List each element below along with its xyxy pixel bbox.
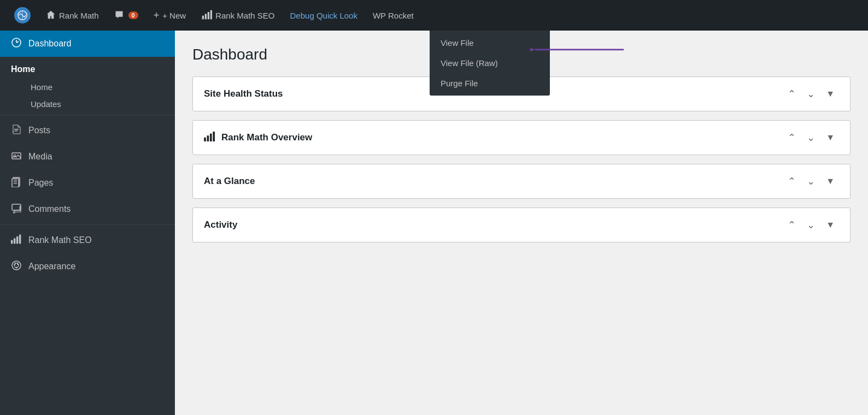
svg-rect-5 — [210, 10, 212, 19]
view-file-item[interactable]: View File — [430, 33, 550, 53]
activity-widget: Activity ⌃ ⌄ ▼ — [192, 208, 851, 242]
sidebar-posts-label: Posts — [28, 126, 50, 135]
at-a-glance-controls: ⌃ ⌄ ▼ — [783, 173, 839, 189]
sidebar-updates-label: Updates — [31, 99, 61, 109]
svg-rect-28 — [204, 137, 206, 141]
sidebar-item-media[interactable]: Media — [0, 144, 175, 170]
rank-math-overview-controls: ⌃ ⌄ ▼ — [783, 129, 839, 146]
activity-down-button[interactable]: ⌄ — [802, 217, 819, 233]
sidebar-divider-1 — [0, 115, 175, 115]
at-a-glance-down-button[interactable]: ⌄ — [802, 173, 819, 189]
wp-rocket-label: WP Rocket — [373, 11, 414, 20]
rank-math-home-button[interactable]: Rank Math — [38, 0, 107, 31]
rank-math-seo-button[interactable]: Rank Math SEO — [193, 0, 282, 31]
sidebar-item-updates[interactable]: Updates — [0, 96, 175, 112]
wp-logo-icon — [14, 7, 31, 23]
at-a-glance-up-button[interactable]: ⌃ — [783, 173, 800, 189]
sidebar-comments-label: Comments — [28, 204, 71, 214]
appearance-icon — [11, 260, 22, 273]
view-file-raw-item[interactable]: View File (Raw) — [430, 53, 550, 73]
site-health-controls: ⌃ ⌄ ▼ — [783, 86, 839, 102]
view-file-label: View File — [441, 38, 474, 48]
wp-rocket-button[interactable]: WP Rocket — [365, 0, 421, 31]
debug-dropdown-menu: View File View File (Raw) Purge File — [430, 31, 550, 96]
svg-rect-31 — [213, 132, 215, 141]
sidebar-item-appearance[interactable]: Appearance — [0, 253, 175, 280]
rank-math-down-button[interactable]: ⌄ — [802, 129, 819, 146]
rank-math-overview-header[interactable]: Rank Math Overview ⌃ ⌄ ▼ — [193, 121, 850, 155]
media-icon — [11, 150, 22, 163]
svg-point-24 — [12, 261, 21, 270]
comments-count: 0 — [128, 11, 138, 19]
activity-title: Activity — [204, 220, 237, 230]
site-health-toggle-button[interactable]: ▼ — [822, 87, 839, 101]
plus-icon: + — [154, 10, 160, 21]
sidebar-item-pages[interactable]: Pages — [0, 170, 175, 196]
rank-math-toggle-button[interactable]: ▼ — [822, 131, 839, 145]
active-item-arrow — [174, 36, 175, 51]
at-a-glance-toggle-button[interactable]: ▼ — [822, 174, 839, 188]
comments-button[interactable]: 0 — [107, 0, 146, 31]
sidebar-item-dashboard[interactable]: Dashboard — [0, 31, 175, 57]
rankmath-sidebar-icon — [11, 234, 22, 247]
site-health-down-button[interactable]: ⌄ — [802, 86, 819, 102]
sidebar-item-home[interactable]: Home — [0, 79, 175, 96]
activity-up-button[interactable]: ⌃ — [783, 217, 800, 233]
purge-file-item[interactable]: Purge File — [430, 73, 550, 93]
sidebar: Dashboard Home Home Updates Posts — [0, 31, 175, 415]
purge-file-label: Purge File — [441, 79, 478, 88]
svg-point-25 — [14, 264, 16, 265]
site-health-up-button[interactable]: ⌃ — [783, 86, 800, 102]
comments-sidebar-icon — [11, 203, 22, 216]
svg-rect-9 — [14, 129, 19, 130]
activity-header[interactable]: Activity ⌃ ⌄ ▼ — [193, 208, 850, 242]
debug-quick-look-button[interactable]: Debug Quick Look — [283, 0, 365, 31]
sidebar-home-label: Home — [0, 57, 175, 79]
svg-rect-2 — [202, 15, 204, 19]
activity-toggle-button[interactable]: ▼ — [822, 218, 839, 232]
comments-icon — [114, 10, 124, 21]
rankmath-bar-icon — [201, 10, 212, 21]
sidebar-item-posts[interactable]: Posts — [0, 117, 175, 144]
sidebar-rank-math-seo-label: Rank Math SEO — [28, 235, 92, 245]
sidebar-media-label: Media — [28, 152, 52, 162]
rank-math-up-button[interactable]: ⌃ — [783, 129, 800, 146]
svg-rect-4 — [208, 12, 209, 19]
at-a-glance-title-text: At a Glance — [204, 176, 255, 187]
svg-rect-22 — [16, 236, 18, 244]
rank-math-home-label: Rank Math — [59, 11, 99, 20]
new-content-button[interactable]: + + New — [146, 0, 193, 31]
at-a-glance-widget: At a Glance ⌃ ⌄ ▼ — [192, 164, 851, 199]
svg-rect-21 — [14, 238, 15, 244]
site-health-title-text: Site Health Status — [204, 88, 283, 99]
svg-rect-3 — [205, 14, 207, 19]
activity-title-text: Activity — [204, 220, 237, 230]
rank-math-overview-widget: Rank Math Overview ⌃ ⌄ ▼ — [192, 120, 851, 155]
svg-rect-30 — [210, 133, 212, 141]
pages-icon — [11, 176, 22, 189]
sidebar-item-comments[interactable]: Comments — [0, 196, 175, 222]
site-health-title: Site Health Status — [204, 88, 283, 99]
rankmath-widget-icon — [204, 132, 216, 144]
rank-math-overview-title-text: Rank Math Overview — [221, 132, 312, 143]
svg-rect-15 — [12, 179, 19, 187]
wp-logo-button[interactable] — [7, 0, 38, 31]
svg-point-11 — [11, 130, 15, 133]
view-file-raw-label: View File (Raw) — [441, 58, 498, 68]
admin-bar: Rank Math 0 + + New Rank Math SEO Debug … — [0, 0, 868, 31]
rank-math-overview-title: Rank Math Overview — [204, 132, 312, 144]
sidebar-item-rank-math-seo[interactable]: Rank Math SEO — [0, 227, 175, 253]
svg-rect-29 — [207, 135, 209, 141]
sidebar-divider-2 — [0, 224, 175, 225]
sidebar-pages-label: Pages — [28, 178, 53, 188]
svg-rect-23 — [19, 235, 21, 244]
posts-icon — [11, 124, 22, 137]
home-icon — [46, 10, 56, 21]
sidebar-appearance-label: Appearance — [28, 262, 75, 271]
at-a-glance-header[interactable]: At a Glance ⌃ ⌄ ▼ — [193, 164, 850, 198]
new-label: + New — [162, 11, 186, 20]
debug-quick-look-label: Debug Quick Look — [290, 11, 357, 20]
svg-rect-20 — [11, 240, 13, 244]
dashboard-icon — [11, 37, 22, 50]
svg-point-26 — [17, 264, 19, 265]
